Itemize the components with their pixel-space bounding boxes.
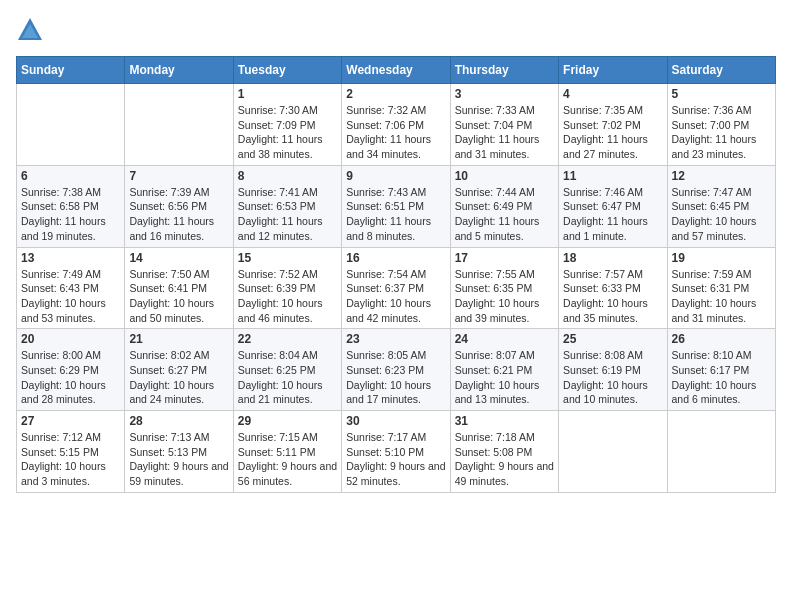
day-number: 24 [455, 332, 554, 346]
day-info: Sunrise: 7:52 AMSunset: 6:39 PMDaylight:… [238, 267, 337, 326]
day-header-friday: Friday [559, 57, 667, 84]
calendar-cell: 5Sunrise: 7:36 AMSunset: 7:00 PMDaylight… [667, 84, 775, 166]
day-info: Sunrise: 7:41 AMSunset: 6:53 PMDaylight:… [238, 185, 337, 244]
day-info: Sunrise: 7:30 AMSunset: 7:09 PMDaylight:… [238, 103, 337, 162]
day-info: Sunrise: 7:49 AMSunset: 6:43 PMDaylight:… [21, 267, 120, 326]
day-number: 4 [563, 87, 662, 101]
calendar-cell: 18Sunrise: 7:57 AMSunset: 6:33 PMDayligh… [559, 247, 667, 329]
calendar-cell [667, 411, 775, 493]
calendar-cell: 23Sunrise: 8:05 AMSunset: 6:23 PMDayligh… [342, 329, 450, 411]
logo [16, 16, 48, 44]
day-number: 26 [672, 332, 771, 346]
calendar-cell: 27Sunrise: 7:12 AMSunset: 5:15 PMDayligh… [17, 411, 125, 493]
day-info: Sunrise: 7:33 AMSunset: 7:04 PMDaylight:… [455, 103, 554, 162]
day-number: 12 [672, 169, 771, 183]
day-info: Sunrise: 7:15 AMSunset: 5:11 PMDaylight:… [238, 430, 337, 489]
day-number: 10 [455, 169, 554, 183]
day-number: 25 [563, 332, 662, 346]
day-header-wednesday: Wednesday [342, 57, 450, 84]
day-number: 8 [238, 169, 337, 183]
day-number: 1 [238, 87, 337, 101]
day-info: Sunrise: 7:59 AMSunset: 6:31 PMDaylight:… [672, 267, 771, 326]
page-header [16, 16, 776, 44]
day-header-thursday: Thursday [450, 57, 558, 84]
calendar-cell: 10Sunrise: 7:44 AMSunset: 6:49 PMDayligh… [450, 165, 558, 247]
calendar-week-3: 13Sunrise: 7:49 AMSunset: 6:43 PMDayligh… [17, 247, 776, 329]
calendar-cell: 22Sunrise: 8:04 AMSunset: 6:25 PMDayligh… [233, 329, 341, 411]
day-number: 21 [129, 332, 228, 346]
calendar-cell: 15Sunrise: 7:52 AMSunset: 6:39 PMDayligh… [233, 247, 341, 329]
day-number: 29 [238, 414, 337, 428]
calendar-week-4: 20Sunrise: 8:00 AMSunset: 6:29 PMDayligh… [17, 329, 776, 411]
day-info: Sunrise: 7:32 AMSunset: 7:06 PMDaylight:… [346, 103, 445, 162]
calendar-cell: 20Sunrise: 8:00 AMSunset: 6:29 PMDayligh… [17, 329, 125, 411]
calendar-cell: 6Sunrise: 7:38 AMSunset: 6:58 PMDaylight… [17, 165, 125, 247]
day-number: 20 [21, 332, 120, 346]
day-info: Sunrise: 7:43 AMSunset: 6:51 PMDaylight:… [346, 185, 445, 244]
day-info: Sunrise: 7:55 AMSunset: 6:35 PMDaylight:… [455, 267, 554, 326]
day-number: 15 [238, 251, 337, 265]
day-number: 18 [563, 251, 662, 265]
day-number: 13 [21, 251, 120, 265]
day-number: 6 [21, 169, 120, 183]
day-header-saturday: Saturday [667, 57, 775, 84]
day-number: 5 [672, 87, 771, 101]
calendar-cell: 28Sunrise: 7:13 AMSunset: 5:13 PMDayligh… [125, 411, 233, 493]
day-number: 9 [346, 169, 445, 183]
calendar: SundayMondayTuesdayWednesdayThursdayFrid… [16, 56, 776, 493]
day-info: Sunrise: 7:39 AMSunset: 6:56 PMDaylight:… [129, 185, 228, 244]
day-info: Sunrise: 7:36 AMSunset: 7:00 PMDaylight:… [672, 103, 771, 162]
day-info: Sunrise: 8:04 AMSunset: 6:25 PMDaylight:… [238, 348, 337, 407]
day-info: Sunrise: 8:08 AMSunset: 6:19 PMDaylight:… [563, 348, 662, 407]
day-number: 2 [346, 87, 445, 101]
calendar-cell [17, 84, 125, 166]
calendar-cell: 13Sunrise: 7:49 AMSunset: 6:43 PMDayligh… [17, 247, 125, 329]
day-number: 30 [346, 414, 445, 428]
calendar-cell: 3Sunrise: 7:33 AMSunset: 7:04 PMDaylight… [450, 84, 558, 166]
calendar-cell: 24Sunrise: 8:07 AMSunset: 6:21 PMDayligh… [450, 329, 558, 411]
day-header-tuesday: Tuesday [233, 57, 341, 84]
calendar-cell: 8Sunrise: 7:41 AMSunset: 6:53 PMDaylight… [233, 165, 341, 247]
day-info: Sunrise: 7:13 AMSunset: 5:13 PMDaylight:… [129, 430, 228, 489]
calendar-cell: 9Sunrise: 7:43 AMSunset: 6:51 PMDaylight… [342, 165, 450, 247]
calendar-cell: 21Sunrise: 8:02 AMSunset: 6:27 PMDayligh… [125, 329, 233, 411]
day-number: 3 [455, 87, 554, 101]
day-info: Sunrise: 7:50 AMSunset: 6:41 PMDaylight:… [129, 267, 228, 326]
calendar-cell: 26Sunrise: 8:10 AMSunset: 6:17 PMDayligh… [667, 329, 775, 411]
day-number: 28 [129, 414, 228, 428]
calendar-cell: 4Sunrise: 7:35 AMSunset: 7:02 PMDaylight… [559, 84, 667, 166]
calendar-cell: 25Sunrise: 8:08 AMSunset: 6:19 PMDayligh… [559, 329, 667, 411]
day-number: 7 [129, 169, 228, 183]
calendar-week-1: 1Sunrise: 7:30 AMSunset: 7:09 PMDaylight… [17, 84, 776, 166]
day-info: Sunrise: 7:12 AMSunset: 5:15 PMDaylight:… [21, 430, 120, 489]
calendar-cell [125, 84, 233, 166]
day-number: 31 [455, 414, 554, 428]
day-number: 22 [238, 332, 337, 346]
calendar-cell [559, 411, 667, 493]
calendar-cell: 17Sunrise: 7:55 AMSunset: 6:35 PMDayligh… [450, 247, 558, 329]
day-number: 14 [129, 251, 228, 265]
calendar-week-2: 6Sunrise: 7:38 AMSunset: 6:58 PMDaylight… [17, 165, 776, 247]
day-number: 11 [563, 169, 662, 183]
calendar-week-5: 27Sunrise: 7:12 AMSunset: 5:15 PMDayligh… [17, 411, 776, 493]
day-info: Sunrise: 8:07 AMSunset: 6:21 PMDaylight:… [455, 348, 554, 407]
day-info: Sunrise: 7:18 AMSunset: 5:08 PMDaylight:… [455, 430, 554, 489]
day-info: Sunrise: 7:35 AMSunset: 7:02 PMDaylight:… [563, 103, 662, 162]
day-number: 27 [21, 414, 120, 428]
calendar-cell: 1Sunrise: 7:30 AMSunset: 7:09 PMDaylight… [233, 84, 341, 166]
day-info: Sunrise: 7:47 AMSunset: 6:45 PMDaylight:… [672, 185, 771, 244]
calendar-cell: 29Sunrise: 7:15 AMSunset: 5:11 PMDayligh… [233, 411, 341, 493]
calendar-cell: 12Sunrise: 7:47 AMSunset: 6:45 PMDayligh… [667, 165, 775, 247]
calendar-cell: 31Sunrise: 7:18 AMSunset: 5:08 PMDayligh… [450, 411, 558, 493]
day-info: Sunrise: 8:00 AMSunset: 6:29 PMDaylight:… [21, 348, 120, 407]
calendar-cell: 7Sunrise: 7:39 AMSunset: 6:56 PMDaylight… [125, 165, 233, 247]
day-header-monday: Monday [125, 57, 233, 84]
day-info: Sunrise: 8:05 AMSunset: 6:23 PMDaylight:… [346, 348, 445, 407]
day-header-sunday: Sunday [17, 57, 125, 84]
day-info: Sunrise: 8:10 AMSunset: 6:17 PMDaylight:… [672, 348, 771, 407]
calendar-cell: 16Sunrise: 7:54 AMSunset: 6:37 PMDayligh… [342, 247, 450, 329]
calendar-cell: 14Sunrise: 7:50 AMSunset: 6:41 PMDayligh… [125, 247, 233, 329]
day-info: Sunrise: 7:46 AMSunset: 6:47 PMDaylight:… [563, 185, 662, 244]
calendar-cell: 30Sunrise: 7:17 AMSunset: 5:10 PMDayligh… [342, 411, 450, 493]
calendar-cell: 11Sunrise: 7:46 AMSunset: 6:47 PMDayligh… [559, 165, 667, 247]
